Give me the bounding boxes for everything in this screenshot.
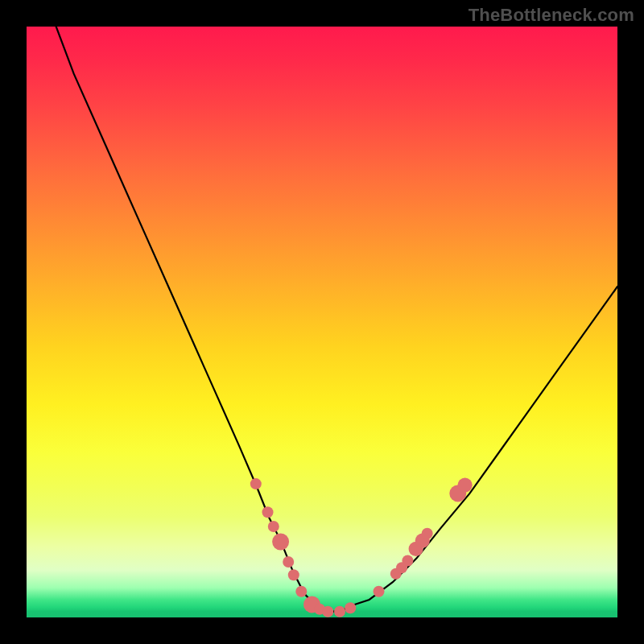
gradient-background <box>27 27 617 617</box>
chart-stage: TheBottleneck.com <box>0 0 644 644</box>
watermark-text: TheBottleneck.com <box>469 5 634 26</box>
